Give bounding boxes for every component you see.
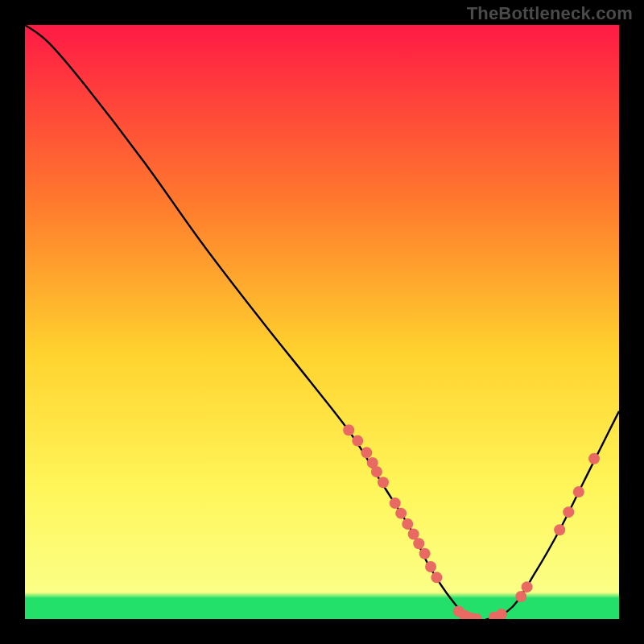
curve-marker (390, 497, 401, 509)
curve-marker (413, 538, 424, 549)
curve-marker (408, 528, 419, 539)
curve-marker (352, 436, 363, 447)
curve-marker (588, 453, 600, 464)
curve-marker (371, 466, 382, 477)
curve-marker (425, 561, 436, 572)
watermark-text: TheBottleneck.com (467, 3, 633, 24)
curve-marker (573, 486, 584, 497)
curve-marker (515, 591, 526, 602)
plot-area (25, 25, 619, 619)
bottleneck-chart (25, 25, 619, 619)
curve-marker (402, 518, 413, 530)
gradient-background (25, 25, 619, 619)
curve-marker (431, 572, 442, 583)
curve-marker (361, 447, 372, 458)
chart-frame: TheBottleneck.com (0, 0, 644, 644)
curve-marker (378, 477, 389, 488)
curve-marker (554, 524, 565, 535)
curve-marker (419, 548, 431, 559)
curve-marker (343, 424, 354, 436)
curve-marker (563, 506, 574, 518)
curve-marker (522, 581, 533, 592)
curve-marker (395, 508, 407, 519)
